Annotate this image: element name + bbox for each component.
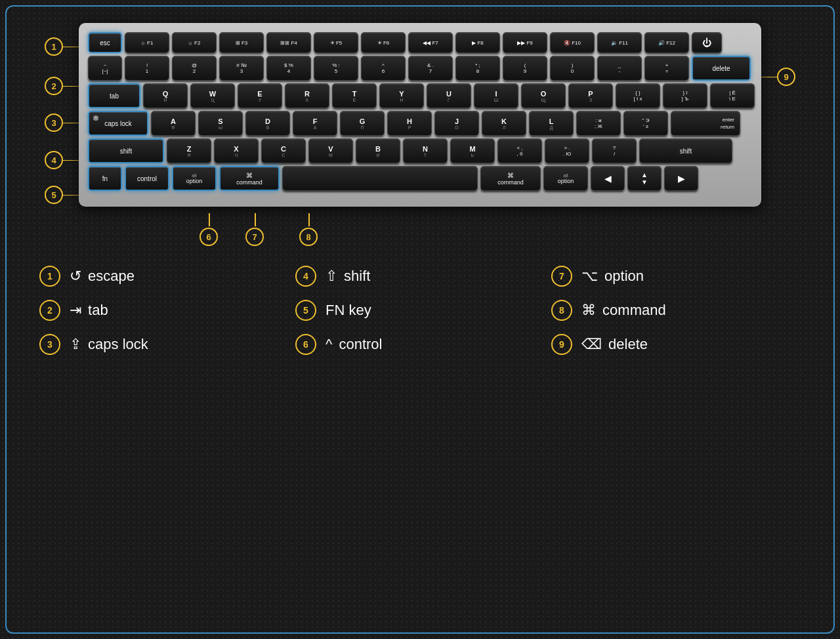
key-1[interactable]: !1 xyxy=(125,56,169,81)
legend-circle-1: 1 xyxy=(39,266,60,287)
key-u[interactable]: U Г xyxy=(427,83,471,108)
key-bracket-r[interactable]: } ї] Ъ xyxy=(663,83,707,108)
legend-item-2: 2 ⇥ tab xyxy=(39,300,289,321)
row-qwerty: tab Q Й W Ц E У R К T Е Y xyxy=(88,83,752,108)
key-i[interactable]: I Ш xyxy=(474,83,518,108)
key-2[interactable]: @2 xyxy=(172,56,217,81)
key-t[interactable]: T Е xyxy=(332,83,377,108)
key-shift-l[interactable]: shift xyxy=(88,138,164,163)
key-bracket-l[interactable]: { }[ І х xyxy=(616,83,660,108)
key-f12[interactable]: 🔊 F12 xyxy=(644,32,689,53)
legend-text-1: ↺ escape xyxy=(70,268,135,285)
key-q[interactable]: Q Й xyxy=(143,83,188,108)
key-space[interactable] xyxy=(282,166,478,191)
key-z[interactable]: Z Я xyxy=(167,138,211,163)
key-c[interactable]: C С xyxy=(261,138,306,163)
key-option-r[interactable]: alt option xyxy=(543,166,588,191)
annotation-7-bottom: 7 xyxy=(245,228,264,246)
legend-circle-6: 6 xyxy=(295,334,316,355)
key-f10[interactable]: 🔇 F10 xyxy=(550,32,595,53)
legend-circle-8: 8 xyxy=(551,300,572,321)
key-g[interactable]: G П xyxy=(340,111,385,136)
key-f8[interactable]: ▶ F8 xyxy=(455,32,500,53)
key-tab[interactable]: tab xyxy=(88,83,140,108)
key-f5[interactable]: ☀ F5 xyxy=(314,32,358,53)
key-command-l[interactable]: ⌘ command xyxy=(219,166,280,191)
annotation-3: 3 xyxy=(45,113,63,132)
key-f[interactable]: F А xyxy=(293,111,337,136)
key-f6[interactable]: ☀ F6 xyxy=(361,32,406,53)
legend-text-2: ⇥ tab xyxy=(70,302,108,319)
key-equals[interactable]: += xyxy=(644,56,689,81)
key-4[interactable]: $ %4 xyxy=(266,56,311,81)
key-9[interactable]: (9 xyxy=(503,56,547,81)
key-backslash[interactable]: | Ё\ Е xyxy=(710,83,755,108)
key-enter[interactable]: enter return xyxy=(671,111,740,136)
key-x[interactable]: X Ч xyxy=(214,138,259,163)
key-tilde[interactable]: ~[~] xyxy=(88,56,122,81)
legend-circle-5: 5 xyxy=(295,300,316,321)
key-f4[interactable]: ⊞⊞ F4 xyxy=(266,32,311,53)
key-arrow-right[interactable]: ▶ xyxy=(664,166,698,191)
key-e[interactable]: E У xyxy=(238,83,282,108)
key-f11[interactable]: 🔉 F11 xyxy=(597,32,642,53)
key-option-l[interactable]: alt option xyxy=(172,166,217,191)
key-period[interactable]: > .. Ю xyxy=(545,138,589,163)
key-h[interactable]: H Р xyxy=(387,111,432,136)
key-w[interactable]: W Ц xyxy=(190,83,235,108)
legend-text-6: ^ control xyxy=(326,336,382,353)
key-m[interactable]: M Ь xyxy=(450,138,495,163)
key-minus[interactable]: _- xyxy=(597,56,642,81)
bottom-line-8: 8 xyxy=(299,213,318,246)
key-f2[interactable]: ☼ F2 xyxy=(172,32,217,53)
row-bottom: fn control alt option ⌘ command ⌘ comman… xyxy=(88,166,752,191)
key-delete[interactable]: delete xyxy=(692,56,751,81)
key-fn[interactable]: fn xyxy=(88,166,122,191)
key-slash[interactable]: ? / xyxy=(592,138,637,163)
legend-text-7: ⌥ option xyxy=(581,268,644,285)
bottom-line-6: 6 xyxy=(200,213,218,246)
key-o[interactable]: O Щ xyxy=(521,83,566,108)
key-3[interactable]: # №3 xyxy=(219,56,264,81)
legend-item-7: 7 ⌥ option xyxy=(551,266,801,287)
key-8[interactable]: * ;8 xyxy=(455,56,500,81)
key-s[interactable]: S Ы xyxy=(198,111,243,136)
key-j[interactable]: J О xyxy=(434,111,479,136)
key-7[interactable]: & .7 xyxy=(408,56,453,81)
legend-item-8: 8 ⌘ command xyxy=(551,300,801,321)
legend-text-5: FN key xyxy=(326,302,371,319)
key-power[interactable]: ⏻ xyxy=(692,32,722,53)
key-p[interactable]: P З xyxy=(568,83,613,108)
annotation-1: 1 xyxy=(45,37,63,56)
key-control[interactable]: control xyxy=(125,166,169,191)
key-n[interactable]: N Т xyxy=(403,138,448,163)
annotation-4: 4 xyxy=(45,151,63,169)
key-f3[interactable]: ⊞ F3 xyxy=(219,32,264,53)
key-a[interactable]: A Ф xyxy=(151,111,196,136)
key-b[interactable]: B И xyxy=(356,138,400,163)
annotation-8-bottom: 8 xyxy=(299,228,318,246)
key-arrow-left[interactable]: ◀ xyxy=(591,166,625,191)
key-comma[interactable]: < ,, б xyxy=(497,138,542,163)
key-semicolon[interactable]: : ж; Ж xyxy=(576,111,621,136)
key-5[interactable]: % :5 xyxy=(314,56,358,81)
key-arrow-updown[interactable]: ▲ ▼ xyxy=(627,166,662,191)
key-l[interactable]: L Д xyxy=(529,111,574,136)
annotation-6-bottom: 6 xyxy=(200,228,218,246)
key-capslock[interactable]: • caps lock xyxy=(88,111,148,136)
key-f9[interactable]: ▶▶ F9 xyxy=(503,32,547,53)
key-v[interactable]: V М xyxy=(308,138,353,163)
annotation-9: 9 xyxy=(777,68,795,86)
key-shift-r[interactable]: shift xyxy=(639,138,732,163)
key-0[interactable]: )0 xyxy=(550,56,595,81)
key-6[interactable]: ^6 xyxy=(361,56,406,81)
key-quote[interactable]: " Э' э xyxy=(623,111,668,136)
key-f1[interactable]: ☼ F1 xyxy=(125,32,169,53)
key-command-r[interactable]: ⌘ command xyxy=(480,166,541,191)
key-k[interactable]: K Л xyxy=(482,111,526,136)
key-esc[interactable]: esc xyxy=(88,32,122,53)
key-d[interactable]: D В xyxy=(245,111,290,136)
key-f7[interactable]: ◀◀ F7 xyxy=(408,32,453,53)
key-r[interactable]: R К xyxy=(285,83,329,108)
key-y[interactable]: Y Н xyxy=(379,83,424,108)
